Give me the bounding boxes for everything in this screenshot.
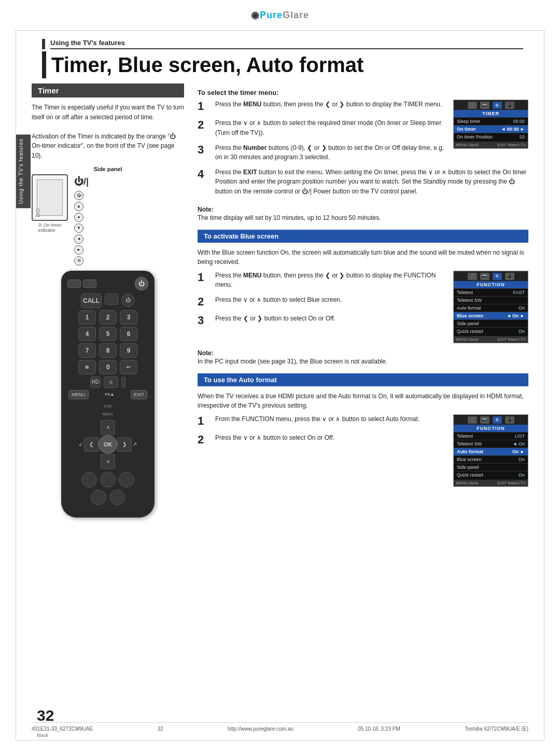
remote-btn-1 bbox=[67, 280, 81, 288]
exit-btn[interactable]: EXIT bbox=[131, 390, 147, 399]
bs-icon-4: 📱 bbox=[505, 273, 514, 280]
timer-step-4: 4 Press the EXIT button to exit the menu… bbox=[198, 167, 528, 197]
timer-menu-footer: MENU Back EXIT Watch TV bbox=[454, 142, 528, 148]
timer-subsection-title: To select the timer menu: bbox=[198, 89, 528, 96]
af-icon-2: 📷 bbox=[480, 416, 489, 424]
af-row-teletext: TeletextLIST bbox=[454, 432, 528, 440]
af-icon-4: 📱 bbox=[505, 416, 514, 424]
bs-row-teletext-sw: Teletext SW bbox=[454, 296, 528, 304]
remote-wrapper: ⏻ CALL ⏻ 1 2 3 4 bbox=[32, 271, 184, 518]
footer-left: #01E31-33_6272CM9UAE bbox=[32, 726, 93, 732]
remote-control: ⏻ CALL ⏻ 1 2 3 4 bbox=[61, 271, 155, 518]
num-2[interactable]: 2 bbox=[99, 310, 117, 325]
subtitle-btn[interactable]: ⊚ bbox=[78, 360, 96, 374]
section-using-label: Using the TV's features bbox=[50, 39, 125, 47]
remote-sm-1[interactable] bbox=[105, 294, 118, 305]
blue-screen-menu-title: FUNCTION bbox=[454, 281, 528, 288]
page-header: ◉PureGlare bbox=[0, 0, 560, 25]
timer-intro: The Timer is especially useful if you wa… bbox=[32, 103, 184, 161]
footer-url: http://www.pureglare.com.au bbox=[228, 726, 293, 732]
af-row-blue-screen: Blue screenOn bbox=[454, 455, 528, 463]
timer-row-ontimer: On timer◄ 00:30 ► bbox=[454, 125, 528, 133]
timer-row-position: On timer Position03 bbox=[454, 133, 528, 141]
timer-step-1: 1 Press the MENU button, then press the … bbox=[198, 100, 447, 113]
af-row-quick-restart: Quick restartOn bbox=[454, 471, 528, 479]
num-6[interactable]: 6 bbox=[120, 327, 137, 341]
footer-color: Black bbox=[37, 733, 48, 738]
side-label: Using the TV's features bbox=[16, 134, 31, 208]
blue-screen-menu-footer: MENU Back EXIT Watch TV bbox=[454, 336, 528, 343]
nav-down[interactable]: ∨ bbox=[101, 454, 115, 469]
left-column: Timer The Timer is especially useful if … bbox=[32, 83, 192, 523]
return-btn[interactable]: ↩ bbox=[120, 360, 137, 374]
blue-screen-menu-screenshot: 🎵 📷 ⚙ 📱 FUNCTION TeletextFAST Teletext S… bbox=[453, 271, 528, 343]
auto-format-steps-wrapper: 🎵 📷 ⚙ 📱 FUNCTION TeletextLIST Teletext S… bbox=[198, 414, 528, 489]
num-7[interactable]: 7 bbox=[78, 343, 96, 358]
menu-btn[interactable]: MENU bbox=[68, 390, 89, 399]
auto-format-menu-screenshot: 🎵 📷 ⚙ 📱 FUNCTION TeletextLIST Teletext S… bbox=[453, 414, 528, 487]
af-icon-3: ⚙ bbox=[493, 416, 502, 424]
auto-format-menu-footer: MENU Back EXIT Watch TV bbox=[454, 480, 528, 486]
bs-note-text: In the PC input mode (see page 31), the … bbox=[198, 357, 528, 366]
hd-btn[interactable]: HD bbox=[90, 376, 101, 388]
remote-power-sm[interactable]: ⏻ bbox=[121, 294, 135, 307]
tv-side-box bbox=[32, 174, 68, 221]
af-row-teletext-sw: Teletext SW◄ On bbox=[454, 440, 528, 448]
color-btn-3[interactable] bbox=[119, 472, 134, 487]
num-8[interactable]: 8 bbox=[99, 343, 117, 358]
timer-step-3: 3 Press the Number buttons (0-9), ❮ or ❯… bbox=[198, 143, 447, 162]
timer-row-sleep: Sleep timer00:00 bbox=[454, 117, 528, 125]
timer-note-text: The time display will set by 10 minutes,… bbox=[198, 213, 528, 222]
nav-up[interactable]: ∧ bbox=[101, 420, 115, 435]
menu-icon-photo: 📷 bbox=[480, 102, 489, 109]
auto-format-section-bar: To use the Auto format bbox=[198, 373, 528, 386]
af-icon-1: 🎵 bbox=[468, 416, 477, 424]
rec-btn[interactable] bbox=[121, 376, 125, 388]
brand-logo: ◉PureGlare bbox=[0, 9, 560, 21]
nav-right[interactable]: ❯ bbox=[117, 437, 132, 452]
color-btn-1[interactable] bbox=[81, 472, 97, 487]
timer-step-2: 2 Press the ∨ or ∧ button to select the … bbox=[198, 118, 447, 137]
nav-ok[interactable]: OK bbox=[99, 435, 117, 454]
guide-btn[interactable]: ||| bbox=[104, 376, 118, 388]
num-4[interactable]: 4 bbox=[78, 327, 96, 341]
bs-row-side-panel: Side panel bbox=[454, 319, 528, 327]
timer-menu-screenshot: 🎵 📷 ⚙ 📱 TIMER Sleep timer00:00 On timer◄… bbox=[453, 100, 528, 149]
num-5[interactable]: 5 bbox=[99, 327, 117, 341]
menu-icon-settings: ⚙ bbox=[493, 102, 502, 109]
nav-pad: ∧ ↙ ❮ OK ❯ ↗ ∨ bbox=[67, 420, 148, 469]
nav-left[interactable]: ❮ bbox=[84, 437, 99, 452]
af-row-auto-format: Auto formatOn ► bbox=[454, 448, 528, 455]
pa-btn[interactable] bbox=[91, 490, 106, 505]
bs-step-3: 3 Press the ❮ or ❯ button to select On o… bbox=[198, 314, 447, 327]
side-panel-label: Side panel bbox=[32, 166, 184, 172]
bs-step-1: 1 Press the MENU button, then press the … bbox=[198, 271, 447, 290]
pv-btn[interactable] bbox=[109, 490, 125, 505]
num-3[interactable]: 3 bbox=[120, 310, 137, 325]
right-column: To select the timer menu: 🎵 📷 ⚙ 📱 TIMER … bbox=[192, 83, 528, 523]
menu-icon-music: 🎵 bbox=[468, 102, 477, 109]
timer-menu-title: TIMER bbox=[454, 110, 528, 117]
num-0[interactable]: 0 bbox=[99, 360, 117, 374]
num-9[interactable]: 9 bbox=[120, 343, 137, 358]
main-content: Timer The Timer is especially useful if … bbox=[16, 83, 544, 523]
page-border: Using the TV's features Using the TV's f… bbox=[16, 30, 544, 741]
bs-icon-2: 📷 bbox=[480, 273, 489, 280]
page-title: Timer, Blue screen, Auto format bbox=[51, 53, 363, 77]
blue-screen-steps-wrapper: 🎵 📷 ⚙ 📱 FUNCTION TeletextFAST Teletext S… bbox=[198, 271, 528, 345]
timer-section-bar: Timer bbox=[32, 83, 184, 97]
page-number-bottom: 32 bbox=[37, 707, 54, 724]
bs-row-quick-restart: Quick restartOn bbox=[454, 327, 528, 335]
af-row-side-panel: Side panel bbox=[454, 463, 528, 471]
num-1[interactable]: 1 bbox=[78, 310, 96, 325]
color-btn-2[interactable] bbox=[100, 472, 116, 487]
call-btn[interactable]: CALL bbox=[81, 294, 102, 308]
blue-screen-section-bar: To activate Blue screen bbox=[198, 230, 528, 243]
bs-icon-3: ⚙ bbox=[493, 273, 502, 280]
bs-row-auto-format: Auto formatOn bbox=[454, 304, 528, 312]
bs-icon-1: 🎵 bbox=[468, 273, 477, 280]
bs-row-blue-screen: Blue screen◄ On ► bbox=[454, 312, 528, 319]
bs-note-label: Note: bbox=[198, 350, 528, 357]
brand-pure: Pure bbox=[260, 10, 283, 20]
auto-format-intro: When the TV receives a true HDMI picture… bbox=[198, 392, 528, 410]
